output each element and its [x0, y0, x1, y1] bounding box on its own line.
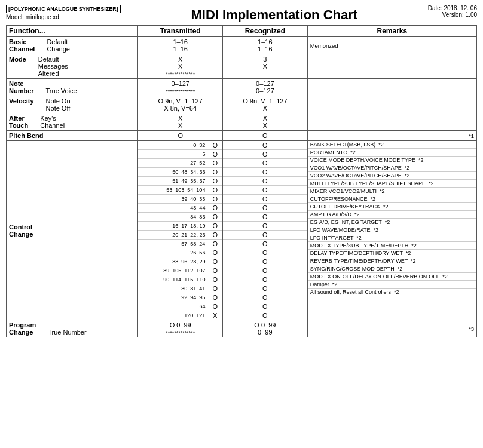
- cc-row: 0, 32O: [138, 141, 222, 150]
- cc-rem-row: VOICE MODE DEPTH/VOICE MODE TYPE *2: [308, 157, 476, 164]
- header-right: Date: 2018. 12. 06 Version: 1.00: [428, 5, 477, 18]
- cc-rem-row: VCO1 WAVE/OCTAVE/PITCH/SHAPE *2: [308, 164, 476, 172]
- remarks-mode: [307, 54, 476, 79]
- function-cell-basic-channel: BasicChannel DefaultChange: [7, 37, 138, 54]
- cc-rem-row: CUTOFF/RESONANCE *2: [308, 195, 476, 203]
- recognized-control-change: O O O O O O O O O O O O O O O: [223, 141, 308, 320]
- function-cell-note-number: NoteNumber True Voice: [7, 79, 138, 96]
- col-header-transmitted: Transmitted: [138, 26, 223, 37]
- cc-row: 27, 52O: [138, 159, 222, 168]
- function-cell-pitch-bend: Pitch Bend: [7, 131, 138, 141]
- cc-rec-row: O: [223, 257, 307, 266]
- synth-label: [POLYPHONIC ANALOGUE SYNTHESIZER]: [6, 5, 121, 13]
- table-row: ProgramChange True Number O 0–99********…: [7, 320, 477, 337]
- cc-row: 84, 83O: [138, 213, 222, 222]
- transmitted-program-change: O 0–99**************: [138, 320, 223, 337]
- outer-label-velocity: Velocity: [9, 97, 34, 112]
- table-row: Velocity Note OnNote Off O 9n, V=1–127X …: [7, 96, 477, 113]
- cc-row: 57, 58, 24O: [138, 240, 222, 248]
- table-row: Pitch Bend O O *1: [7, 131, 477, 141]
- cc-rem-row: LFO WAVE/MODE/RATE *2: [308, 226, 476, 234]
- cc-rec-row: O: [223, 168, 307, 177]
- cc-row: 20, 21, 22, 23O: [138, 231, 222, 240]
- function-cell-velocity: Velocity Note OnNote Off: [7, 96, 138, 113]
- transmitted-after-touch: XX: [138, 113, 223, 131]
- cc-row: 64O: [138, 302, 222, 311]
- remarks-note-number: [307, 79, 476, 96]
- remarks-velocity: [307, 96, 476, 113]
- cc-rec-row: O: [223, 150, 307, 159]
- transmitted-basic-channel: 1–161–16: [138, 37, 223, 54]
- page: [POLYPHONIC ANALOGUE SYNTHESIZER] Model:…: [0, 0, 483, 342]
- date-label: Date: 2018. 12. 06: [428, 5, 477, 11]
- cc-rem-row: Damper *2: [308, 281, 476, 289]
- transmitted-note-number: 0–127**************: [138, 79, 223, 96]
- cc-rec-row: O: [223, 266, 307, 275]
- cc-row: 80, 81, 41O: [138, 284, 222, 293]
- table-row: BasicChannel DefaultChange 1–161–16 1–16…: [7, 37, 477, 54]
- table-row: NoteNumber True Voice 0–127*************…: [7, 79, 477, 96]
- cc-rec-row: O: [223, 240, 307, 248]
- outer-label-note-number: NoteNumber: [9, 80, 34, 94]
- cc-row: 120, 121X: [138, 311, 222, 320]
- cc-rec-row: O: [223, 186, 307, 195]
- recognized-mode: 3X: [223, 54, 308, 79]
- cc-rec-row: O: [223, 293, 307, 302]
- table-header-row: Function... Transmitted Recognized Remar…: [7, 26, 477, 37]
- cc-rec-row: O: [223, 284, 307, 293]
- main-title: MIDI Implementation Chart: [121, 5, 428, 23]
- cc-rec-row: O: [223, 204, 307, 213]
- transmitted-pitch-bend: O: [138, 131, 223, 141]
- version-label: Version: 1.00: [428, 11, 477, 18]
- cc-rem-row: SYNC/RING/CROSS MOD DEPTH *2: [308, 265, 476, 273]
- cc-rem-row: LFO INT/TARGET *2: [308, 234, 476, 242]
- cc-rec-row: O: [223, 177, 307, 186]
- midi-impl-table: Function... Transmitted Recognized Remar…: [6, 25, 477, 337]
- cc-rem-row: DELAY TYPE/TIME/DEPTH/DRY WET *2: [308, 250, 476, 257]
- transmitted-control-change: 0, 32O 5O 27, 52O 50, 48, 34, 36O 51, 49…: [138, 141, 223, 320]
- cc-rec-row: O: [223, 231, 307, 240]
- recognized-basic-channel: 1–161–16: [223, 37, 308, 54]
- cc-row: 39, 40, 33O: [138, 195, 222, 204]
- outer-label-program-change: ProgramChange: [9, 321, 36, 336]
- remarks-program-change: *3: [307, 320, 476, 337]
- cc-rec-row: O: [223, 141, 307, 150]
- cc-rec-row: O: [223, 159, 307, 168]
- cc-rem-row: AMP EG A/D/S/R *2: [308, 211, 476, 219]
- model-label: Model: minilogue xd: [6, 14, 121, 20]
- table-row: AfterTouch Key'sChannel XX XX: [7, 113, 477, 131]
- cc-row: 92, 94, 95O: [138, 293, 222, 302]
- cc-rem-row: MOD FX ON-OFF/DELAY ON-OFF/REVERB ON-OFF…: [308, 273, 476, 281]
- cc-row: 88, 96, 28, 29O: [138, 257, 222, 266]
- table-row: Mode DefaultMessagesAltered XX**********…: [7, 54, 477, 79]
- cc-rem-row: EG A/D, EG INT, EG TARGET *2: [308, 219, 476, 226]
- remarks-after-touch: [307, 113, 476, 131]
- function-cell-after-touch: AfterTouch Key'sChannel: [7, 113, 138, 131]
- recognized-note-number: 0–1270–127: [223, 79, 308, 96]
- outer-label-mode: Mode: [9, 56, 26, 77]
- cc-row: 5O: [138, 150, 222, 159]
- cc-row: 43, 44O: [138, 204, 222, 213]
- cc-rec-row: O: [223, 311, 307, 320]
- transmitted-velocity: O 9n, V=1–127X 8n, V=64: [138, 96, 223, 113]
- inner-labels-program-change: True Number: [48, 321, 86, 336]
- col-header-remarks: Remarks: [307, 26, 476, 37]
- cc-row: 51, 49, 35, 37O: [138, 177, 222, 186]
- cc-rem-row: PORTAMENTO *2: [308, 149, 476, 157]
- col-header-function: Function...: [7, 26, 138, 37]
- remarks-basic-channel: Memorized: [307, 37, 476, 54]
- cc-rem-row: REVERB TYPE/TIME/DEPTH/DRY WET *2: [308, 257, 476, 265]
- cc-rem-row: MULTI TYPE/SUB TYPE/SHAPE/SHIFT SHAPE *2: [308, 180, 476, 188]
- cc-row: 89, 105, 112, 107O: [138, 266, 222, 275]
- cc-rec-row: O: [223, 275, 307, 284]
- recognized-after-touch: XX: [223, 113, 308, 131]
- recognized-velocity: O 9n, V=1–127X: [223, 96, 308, 113]
- col-header-recognized: Recognized: [223, 26, 308, 37]
- cc-rem-row: MIXER VCO1/VCO2/MULTI *2: [308, 188, 476, 195]
- table-row-control-change: ControlChange 0, 32O 5O 27, 52O 50, 48, …: [7, 141, 477, 320]
- recognized-program-change: O 0–990–99: [223, 320, 308, 337]
- outer-label-after-touch: AfterTouch: [9, 115, 28, 129]
- inner-labels-basic-channel: DefaultChange: [47, 38, 70, 53]
- remarks-control-change: BANK SELECT(MSB, LSB) *2 PORTAMENTO *2 V…: [307, 141, 476, 320]
- header-left: [POLYPHONIC ANALOGUE SYNTHESIZER] Model:…: [6, 5, 121, 20]
